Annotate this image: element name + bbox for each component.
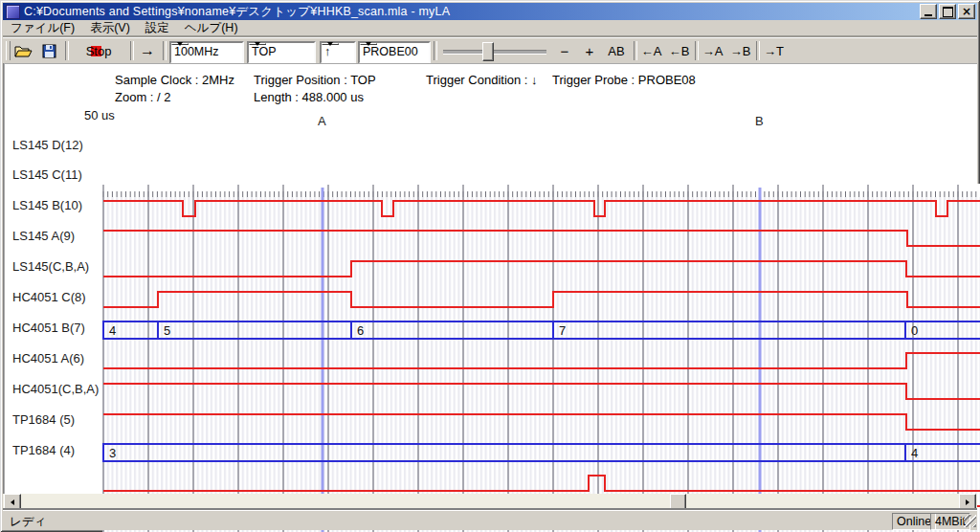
stop-button[interactable]: Stop	[71, 40, 126, 61]
toolbar-separator	[434, 41, 437, 60]
trigger-probe-info: Trigger Probe : PROBE08	[552, 73, 696, 87]
bus-value: 4	[911, 446, 918, 460]
trigger-edge-select[interactable]: ↑	[320, 41, 356, 64]
minimize-icon	[924, 14, 932, 16]
grid-minor-stripes	[102, 197, 980, 532]
open-folder-icon	[14, 44, 33, 58]
trigger-position-select[interactable]: TOP	[247, 41, 316, 64]
tool-bar: Stop → 100MHz TOP ↑ PROBE00 − + AB	[3, 37, 977, 63]
app-icon[interactable]	[6, 5, 20, 19]
horizontal-scrollbar[interactable]	[3, 494, 977, 509]
toolbar-separator	[130, 41, 134, 60]
scrollbar-thumb[interactable]	[670, 494, 686, 511]
bus-value: 5	[164, 323, 170, 338]
zoom-in-button[interactable]: +	[579, 40, 600, 61]
close-button[interactable]: ×	[958, 4, 975, 19]
marker-b-label: B	[755, 114, 764, 128]
zoom-out-button[interactable]: −	[554, 40, 575, 61]
app-window: C:¥Documents and Settings¥noname¥デスクトップ¥…	[0, 0, 980, 532]
zoom-slider-handle[interactable]	[482, 42, 494, 61]
toolbar-separator	[756, 41, 760, 60]
bus-value: 6	[357, 323, 364, 338]
window-title: C:¥Documents and Settings¥noname¥デスクトップ¥…	[24, 4, 920, 20]
floppy-disk-icon	[42, 44, 56, 58]
channel-label[interactable]: HC4051 C(8)	[12, 290, 102, 305]
goto-marker-a-back-button[interactable]: ←A	[638, 40, 664, 61]
channel-label[interactable]: HC4051 A(6)	[12, 351, 102, 366]
menu-item-2[interactable]: 設定	[138, 19, 177, 38]
bus-value: 3	[109, 446, 116, 460]
scroll-right-button[interactable]	[959, 494, 976, 511]
waveform-panel: Sample Clock : 2MHz Trigger Position : T…	[3, 63, 977, 494]
bus-value: 0	[911, 323, 918, 338]
chevron-down-icon	[255, 42, 260, 46]
arrow-right-icon	[966, 499, 969, 505]
zoom-info: Zoom : / 2	[115, 90, 171, 104]
open-file-button[interactable]	[11, 40, 34, 61]
time-scale-label: 50 us	[84, 108, 115, 122]
chevron-down-icon	[366, 42, 371, 46]
channel-label[interactable]: HC4051(C,B,A)	[12, 382, 102, 397]
combo-dropdown-button[interactable]	[171, 43, 189, 45]
ab-range-button[interactable]: AB	[604, 40, 629, 61]
channel-label[interactable]: LS145 A(9)	[12, 229, 102, 244]
combo-dropdown-button[interactable]	[249, 43, 266, 45]
run-button[interactable]: →	[135, 40, 160, 61]
combo-dropdown-button[interactable]	[360, 43, 377, 45]
length-info: Length : 488.000 us	[254, 90, 364, 104]
trigger-position-info: Trigger Position : TOP	[254, 73, 376, 87]
channel-label[interactable]: LS145 C(11)	[12, 167, 102, 183]
goto-marker-b-back-button[interactable]: ←B	[666, 40, 692, 61]
marker-a-label: A	[318, 114, 326, 128]
channel-label[interactable]: TP1684 (4)	[12, 443, 102, 458]
menu-item-0[interactable]: ファイル(F)	[3, 19, 82, 38]
goto-trigger-button[interactable]: →T	[761, 40, 787, 61]
waveform-plot[interactable]: 4567034	[102, 184, 980, 532]
close-icon: ×	[962, 7, 971, 16]
run-arrow-icon: →	[140, 42, 155, 59]
combo-dropdown-button[interactable]	[322, 43, 339, 45]
minimize-button[interactable]	[920, 4, 937, 19]
channel-label[interactable]: TP1684 (5)	[12, 412, 102, 428]
channel-label[interactable]: HC4051 B(7)	[12, 321, 102, 336]
menu-item-3[interactable]: ヘルプ(H)	[177, 19, 246, 38]
maximize-button[interactable]	[939, 4, 956, 19]
save-button[interactable]	[37, 40, 60, 61]
channel-label[interactable]: LS145 B(10)	[12, 198, 102, 213]
menu-bar: ファイル(F)表示(V)設定ヘルプ(H)	[3, 20, 977, 37]
menu-item-1[interactable]: 表示(V)	[82, 19, 138, 38]
chevron-down-icon	[327, 42, 333, 46]
toolbar-grip[interactable]	[6, 41, 11, 60]
toolbar-separator	[65, 41, 69, 60]
chevron-down-icon	[177, 42, 183, 46]
arrow-left-icon	[11, 499, 14, 505]
trigger-probe-select[interactable]: PROBE00	[358, 41, 431, 64]
sample-clock-info: Sample Clock : 2MHz	[115, 73, 234, 87]
status-message: レディ	[10, 514, 46, 530]
goto-marker-b-fwd-button[interactable]: →B	[727, 40, 753, 61]
channel-label[interactable]: LS145(C,B,A)	[12, 259, 102, 275]
bus-value: 4	[109, 323, 116, 338]
trigger-condition-info: Trigger Condition : ↓	[426, 73, 538, 87]
resize-grip[interactable]	[964, 515, 976, 527]
title-bar: C:¥Documents and Settings¥noname¥デスクトップ¥…	[3, 3, 977, 20]
goto-marker-a-fwd-button[interactable]: →A	[700, 40, 725, 61]
sample-clock-select[interactable]: 100MHz	[169, 41, 244, 64]
status-bar: レディ Online 4MBit	[3, 510, 977, 530]
channel-label[interactable]: LS145 D(12)	[12, 138, 102, 153]
scroll-left-button[interactable]	[4, 494, 21, 511]
bus-value: 7	[559, 323, 566, 338]
zoom-slider-track[interactable]	[443, 50, 546, 55]
maximize-icon	[943, 7, 953, 17]
toolbar-separator	[695, 41, 699, 60]
toolbar-separator	[163, 41, 167, 60]
toolbar-separator	[634, 41, 637, 60]
